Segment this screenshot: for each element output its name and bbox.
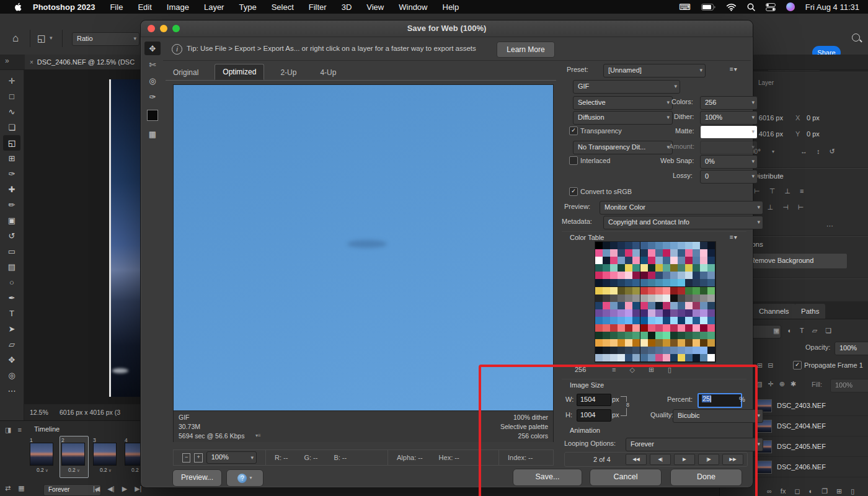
menu-type[interactable]: Type: [239, 2, 256, 12]
color-swatch[interactable]: [603, 347, 610, 354]
color-swatch[interactable]: [670, 317, 678, 324]
color-swatch[interactable]: [707, 287, 715, 294]
home-icon[interactable]: ⌂: [12, 32, 19, 45]
path-selection-tool[interactable]: ➤: [3, 321, 20, 337]
color-swatch[interactable]: [640, 339, 648, 347]
color-swatch[interactable]: [625, 332, 632, 339]
edit-toolbar[interactable]: ⋯: [3, 383, 20, 399]
color-swatch[interactable]: [610, 317, 618, 324]
color-swatch[interactable]: [655, 242, 663, 249]
color-swatch[interactable]: [610, 309, 618, 317]
preview-mode-select[interactable]: Monitor Color: [600, 201, 763, 215]
frame-animation-icon[interactable]: ▦: [18, 484, 24, 492]
color-swatch[interactable]: [625, 257, 632, 264]
color-swatch[interactable]: [670, 287, 678, 294]
select-browser-button[interactable]: ? ▾: [226, 469, 264, 487]
color-swatch[interactable]: [663, 279, 670, 286]
move-tool[interactable]: ✛: [3, 73, 20, 89]
color-swatch[interactable]: [678, 287, 685, 294]
dialog-titlebar[interactable]: Save for Web (100%): [141, 20, 753, 37]
color-swatch[interactable]: [640, 324, 648, 332]
opacity-select[interactable]: 100%: [835, 342, 868, 355]
color-swatch[interactable]: [603, 272, 610, 279]
color-swatch[interactable]: [610, 354, 618, 361]
aspect-ratio-select[interactable]: Ratio: [72, 32, 140, 46]
eyedropper-tool[interactable]: ✑: [144, 90, 161, 104]
align-bottom-icon[interactable]: ≡: [800, 187, 804, 195]
hand-tool[interactable]: ✥: [144, 42, 161, 55]
color-swatch[interactable]: [685, 287, 693, 294]
color-swatch[interactable]: [700, 294, 707, 302]
color-swatch[interactable]: [693, 249, 700, 257]
color-swatch[interactable]: [693, 324, 700, 332]
color-swatch[interactable]: [640, 279, 648, 286]
color-swatch[interactable]: [685, 242, 693, 249]
color-swatch[interactable]: [693, 272, 700, 279]
menu-select[interactable]: Select: [272, 2, 294, 12]
palette-reduction-select[interactable]: Selective: [573, 96, 673, 110]
color-swatch[interactable]: [670, 332, 678, 339]
color-swatch[interactable]: [610, 332, 618, 339]
color-swatch[interactable]: [678, 249, 685, 257]
color-swatch[interactable]: [618, 294, 625, 302]
color-swatch[interactable]: [625, 264, 632, 272]
color-swatch[interactable]: [618, 287, 625, 294]
color-swatch[interactable]: [595, 309, 603, 317]
color-swatch[interactable]: [648, 257, 655, 264]
next-frame-button[interactable]: ▶|: [135, 485, 141, 493]
color-swatch[interactable]: [685, 249, 693, 257]
filter-adjustment-layers-icon[interactable]: ◐: [787, 327, 792, 335]
color-swatch[interactable]: [670, 302, 678, 309]
play-button[interactable]: ▶: [122, 485, 127, 493]
preset-select[interactable]: [Unnamed]: [603, 64, 706, 78]
eyedropper-tool[interactable]: ✑: [3, 166, 20, 182]
color-swatch[interactable]: [610, 287, 618, 294]
color-swatch[interactable]: [707, 317, 715, 324]
lock-image-pixels-icon[interactable]: ✛: [768, 380, 773, 388]
color-swatch[interactable]: [595, 242, 603, 249]
color-swatch[interactable]: [707, 354, 715, 361]
crop-tool-preset-icon[interactable]: ◱: [37, 33, 46, 44]
lock-position-icon[interactable]: ⊕: [779, 380, 785, 388]
color-swatch[interactable]: [700, 257, 707, 264]
color-swatch[interactable]: [640, 272, 648, 279]
toggle-slices-visibility[interactable]: ▦: [144, 127, 161, 141]
color-swatch[interactable]: [663, 324, 670, 332]
convert-srgb-checkbox[interactable]: ✓: [569, 187, 578, 196]
menu-file[interactable]: File: [110, 2, 123, 12]
optimized-preview-image[interactable]: [174, 85, 553, 410]
color-swatch[interactable]: [595, 294, 603, 302]
color-swatch[interactable]: [603, 354, 610, 361]
color-swatch[interactable]: [707, 242, 715, 249]
color-swatch[interactable]: [700, 317, 707, 324]
color-swatch[interactable]: [700, 354, 707, 361]
link-layers-icon[interactable]: ∞: [767, 487, 772, 495]
color-swatch[interactable]: [625, 279, 632, 286]
color-swatch[interactable]: [640, 257, 648, 264]
color-swatch[interactable]: [632, 242, 640, 249]
color-swatch[interactable]: [603, 332, 610, 339]
color-swatch[interactable]: [663, 309, 670, 317]
color-swatch[interactable]: [618, 249, 625, 257]
color-swatch[interactable]: [707, 324, 715, 332]
color-swatch[interactable]: [685, 339, 693, 347]
color-swatch[interactable]: [632, 324, 640, 332]
color-swatch[interactable]: [595, 354, 603, 361]
color-swatch[interactable]: [632, 339, 640, 347]
color-swatch[interactable]: [693, 339, 700, 347]
color-swatch[interactable]: [655, 302, 663, 309]
color-swatch[interactable]: [610, 347, 618, 354]
transform-y-value[interactable]: 0 px: [807, 130, 820, 138]
color-swatch[interactable]: [632, 347, 640, 354]
layer-group-icon[interactable]: ❐: [822, 487, 828, 495]
close-icon[interactable]: ×: [30, 59, 33, 66]
color-swatch[interactable]: [685, 324, 693, 332]
color-swatch[interactable]: [685, 332, 693, 339]
color-swatch[interactable]: [625, 302, 632, 309]
color-swatch[interactable]: [693, 332, 700, 339]
format-select[interactable]: GIF: [573, 80, 680, 94]
color-swatch[interactable]: [618, 257, 625, 264]
first-frame-button[interactable]: |◀: [93, 485, 100, 493]
color-swatch[interactable]: [655, 287, 663, 294]
color-swatch[interactable]: [618, 339, 625, 347]
